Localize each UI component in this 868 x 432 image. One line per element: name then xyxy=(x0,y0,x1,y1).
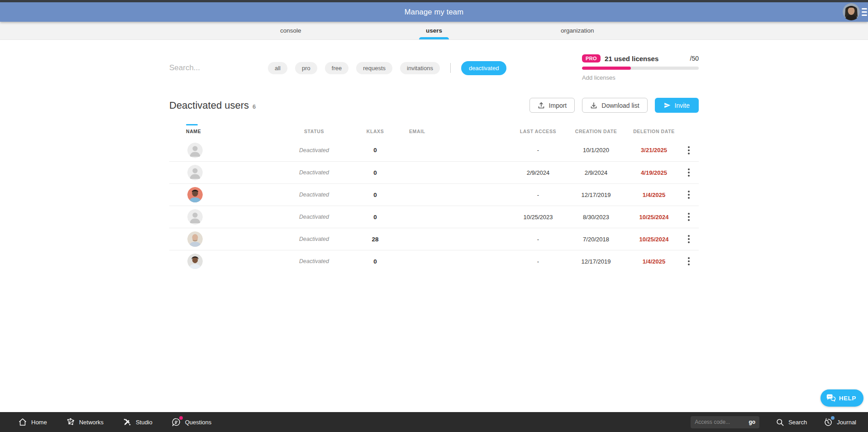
creation-date-cell: 12/17/2019 xyxy=(563,192,629,198)
deletion-date-cell: 1/4/2025 xyxy=(629,192,679,198)
import-button[interactable]: Import xyxy=(529,98,575,113)
footer-item-home[interactable]: Home xyxy=(18,418,47,427)
menu-cell xyxy=(679,233,699,245)
footer-studio-label: Studio xyxy=(136,419,153,426)
filter-chip-requests[interactable]: requests xyxy=(356,62,392,74)
status-cell: Deactivated xyxy=(282,236,346,242)
footer-item-journal[interactable]: Journal xyxy=(823,418,856,427)
footer-item-networks[interactable]: Networks xyxy=(66,418,104,427)
row-menu-icon[interactable] xyxy=(686,233,692,245)
column-header-last-access[interactable]: LAST ACCESS xyxy=(513,129,563,134)
footer-item-search[interactable]: Search xyxy=(776,418,807,427)
name-cell xyxy=(169,165,282,180)
tab-console[interactable]: console xyxy=(219,22,362,39)
filter-chip-pro[interactable]: pro xyxy=(295,62,317,74)
menu-cell xyxy=(679,255,699,267)
users-table: NAME STATUS KLAXS EMAIL LAST ACCESS CREA… xyxy=(169,124,699,272)
column-header-email[interactable]: EMAIL xyxy=(405,129,513,134)
default-avatar-icon xyxy=(187,209,203,225)
studio-icon xyxy=(123,418,132,427)
footer-home-label: Home xyxy=(31,419,47,426)
status-cell: Deactivated xyxy=(282,258,346,264)
license-progress-fill xyxy=(582,67,631,70)
upload-icon xyxy=(538,102,545,109)
menu-icon[interactable] xyxy=(862,8,867,16)
search-input[interactable] xyxy=(169,63,268,72)
table-row[interactable]: Deactivated 0 - 12/17/2019 1/4/2025 xyxy=(169,250,699,272)
column-header-klaxs[interactable]: KLAXS xyxy=(346,129,405,134)
creation-date-cell: 12/17/2019 xyxy=(563,258,629,265)
row-avatar xyxy=(187,209,203,225)
table-row[interactable]: Deactivated 0 10/25/2023 8/30/2023 10/25… xyxy=(169,206,699,228)
table-row[interactable]: Deactivated 0 - 12/17/2019 1/4/2025 xyxy=(169,183,699,206)
footer-networks-label: Networks xyxy=(79,419,104,426)
go-button[interactable]: go xyxy=(746,419,755,425)
status-cell: Deactivated xyxy=(282,192,346,198)
tab-users[interactable]: users xyxy=(362,22,506,39)
column-header-name[interactable]: NAME xyxy=(169,129,282,134)
action-buttons: Import Download list Invite xyxy=(529,98,699,113)
license-block: PRO 21 used licenses /50 Add licenses xyxy=(582,54,699,82)
pro-badge: PRO xyxy=(582,54,601,62)
access-code-input[interactable] xyxy=(695,419,746,425)
filter-chip-free[interactable]: free xyxy=(325,62,348,74)
column-header-deletion-date[interactable]: DELETION DATE xyxy=(629,129,679,134)
klaxs-cell: 0 xyxy=(346,192,405,198)
section-head: Deactivated users 6 Import Download list… xyxy=(169,98,699,113)
chat-icon xyxy=(826,394,836,403)
last-access-cell: - xyxy=(513,258,563,265)
sort-indicator xyxy=(186,124,198,125)
user-avatar[interactable] xyxy=(843,3,860,20)
footer-item-questions[interactable]: Questions xyxy=(172,418,212,427)
active-tab-indicator xyxy=(419,37,449,39)
row-menu-icon[interactable] xyxy=(686,144,692,156)
filter-chip-invitations[interactable]: invitations xyxy=(400,62,440,74)
invite-button[interactable]: Invite xyxy=(655,98,699,113)
download-list-button[interactable]: Download list xyxy=(582,98,647,113)
table-body: Deactivated 0 - 10/1/2020 3/21/2025 xyxy=(169,139,699,272)
deletion-date-cell: 4/19/2025 xyxy=(629,169,679,176)
row-menu-icon[interactable] xyxy=(686,255,692,267)
last-access-cell: - xyxy=(513,236,563,243)
app-header: Manage my team xyxy=(0,2,868,22)
row-avatar xyxy=(187,143,203,158)
menu-cell xyxy=(679,144,699,156)
help-button-label: HELP xyxy=(839,395,856,402)
add-licenses-link[interactable]: Add licenses xyxy=(582,74,615,81)
photo-avatar xyxy=(187,231,203,247)
tab-organization[interactable]: organization xyxy=(506,22,649,39)
row-menu-icon[interactable] xyxy=(686,189,692,201)
last-access-cell: - xyxy=(513,147,563,154)
filter-toolbar: all pro free requests invitations deacti… xyxy=(169,53,699,82)
filter-chips: all pro free requests invitations deacti… xyxy=(268,61,506,75)
column-header-creation-date[interactable]: CREATION DATE xyxy=(563,129,629,134)
chip-divider xyxy=(450,63,451,73)
column-header-status[interactable]: STATUS xyxy=(282,129,346,134)
total-licenses-text: /50 xyxy=(690,55,699,62)
footer-bar: Home Networks Studio xyxy=(0,412,868,432)
table-row[interactable]: Deactivated 28 - 7/20/2018 10/25/2024 xyxy=(169,228,699,250)
table-row[interactable]: Deactivated 0 - 10/1/2020 3/21/2025 xyxy=(169,139,699,161)
download-button-label: Download list xyxy=(601,102,639,109)
filter-chip-all[interactable]: all xyxy=(268,62,287,74)
license-progress-bar xyxy=(582,67,699,70)
name-cell xyxy=(169,254,282,269)
footer-item-studio[interactable]: Studio xyxy=(123,418,153,427)
row-menu-icon[interactable] xyxy=(686,167,692,178)
row-avatar xyxy=(187,254,203,269)
footer-right: go Search Journal xyxy=(691,416,856,428)
filter-chip-deactivated[interactable]: deactivated xyxy=(461,61,507,75)
table-header: NAME STATUS KLAXS EMAIL LAST ACCESS CREA… xyxy=(169,124,699,139)
menu-cell xyxy=(679,189,699,201)
journal-notification-dot xyxy=(831,416,835,420)
footer-journal-label: Journal xyxy=(837,419,856,426)
row-menu-icon[interactable] xyxy=(686,211,692,223)
table-row[interactable]: Deactivated 0 2/9/2024 2/9/2024 4/19/202… xyxy=(169,161,699,183)
help-button[interactable]: HELP xyxy=(820,389,863,407)
invite-button-label: Invite xyxy=(675,102,690,109)
photo-avatar xyxy=(187,187,203,202)
status-cell: Deactivated xyxy=(282,169,346,176)
journal-history-icon xyxy=(823,418,833,427)
questions-icon xyxy=(172,418,181,427)
networks-icon xyxy=(66,418,75,427)
